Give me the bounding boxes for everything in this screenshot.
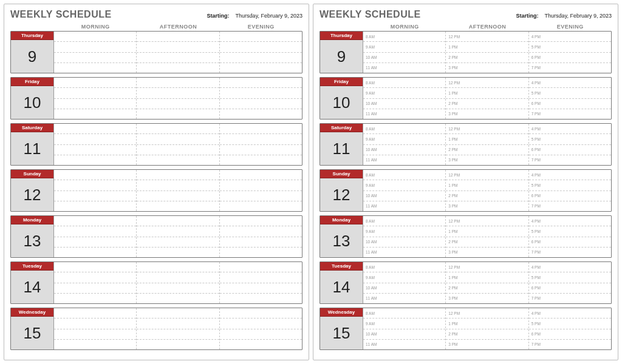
time-slot[interactable] [54,248,136,257]
time-slot[interactable] [220,329,302,340]
time-slot[interactable] [137,180,219,190]
time-slot[interactable]: 4 PM [529,32,611,42]
time-slot[interactable]: 2 PM [446,53,528,63]
time-slot[interactable] [220,201,302,211]
time-slot[interactable]: 6 PM [529,99,611,109]
time-slot[interactable] [137,99,219,109]
time-slot[interactable] [137,216,219,226]
time-slot[interactable] [54,180,136,190]
time-slot[interactable] [54,237,136,248]
time-slot[interactable]: 7 PM [529,340,611,349]
time-slot[interactable]: 12 PM [446,308,528,318]
time-slot[interactable]: 12 PM [446,78,528,88]
time-slot[interactable] [220,78,302,88]
time-slot[interactable] [137,237,219,248]
time-slot[interactable] [54,318,136,329]
time-slot[interactable]: 8 AM [363,32,445,42]
time-slot[interactable]: 2 PM [446,329,528,340]
time-slot[interactable] [137,283,219,294]
time-slot[interactable]: 5 PM [529,88,611,98]
time-slot[interactable] [220,294,302,303]
time-slot[interactable] [54,145,136,155]
time-slot[interactable]: 4 PM [529,216,611,226]
time-slot[interactable]: 2 PM [446,99,528,109]
time-slot[interactable]: 3 PM [446,63,528,73]
time-slot[interactable]: 9 AM [363,88,445,98]
time-slot[interactable] [54,134,136,144]
time-slot[interactable] [220,180,302,190]
time-slot[interactable] [220,88,302,98]
time-slot[interactable]: 4 PM [529,124,611,134]
time-slot[interactable] [54,42,136,52]
time-slot[interactable]: 10 AM [363,99,445,109]
time-slot[interactable] [137,318,219,329]
time-slot[interactable] [54,201,136,211]
time-slot[interactable]: 12 PM [446,124,528,134]
time-slot[interactable] [137,32,219,42]
time-slot[interactable]: 11 AM [363,155,445,165]
time-slot[interactable] [220,318,302,329]
time-slot[interactable]: 1 PM [446,272,528,283]
time-slot[interactable]: 3 PM [446,248,528,257]
time-slot[interactable]: 1 PM [446,226,528,237]
time-slot[interactable] [137,145,219,155]
time-slot[interactable]: 9 AM [363,226,445,237]
time-slot[interactable] [220,124,302,134]
time-slot[interactable] [54,63,136,73]
time-slot[interactable]: 11 AM [363,63,445,73]
time-slot[interactable]: 1 PM [446,134,528,144]
time-slot[interactable] [54,53,136,63]
time-slot[interactable]: 8 AM [363,78,445,88]
time-slot[interactable] [137,109,219,119]
time-slot[interactable]: 5 PM [529,180,611,190]
time-slot[interactable] [137,42,219,52]
time-slot[interactable] [220,308,302,318]
time-slot[interactable] [220,237,302,248]
time-slot[interactable]: 1 PM [446,42,528,52]
time-slot[interactable] [220,134,302,144]
time-slot[interactable] [137,308,219,318]
time-slot[interactable]: 12 PM [446,262,528,272]
time-slot[interactable]: 7 PM [529,248,611,257]
time-slot[interactable]: 2 PM [446,237,528,248]
time-slot[interactable]: 1 PM [446,318,528,329]
time-slot[interactable] [137,63,219,73]
time-slot[interactable]: 3 PM [446,294,528,303]
time-slot[interactable]: 9 AM [363,134,445,144]
time-slot[interactable]: 11 AM [363,294,445,303]
time-slot[interactable] [137,329,219,340]
time-slot[interactable]: 7 PM [529,109,611,119]
time-slot[interactable] [137,248,219,257]
time-slot[interactable]: 10 AM [363,329,445,340]
time-slot[interactable]: 11 AM [363,248,445,257]
time-slot[interactable] [137,262,219,272]
time-slot[interactable] [137,53,219,63]
time-slot[interactable] [137,155,219,165]
time-slot[interactable]: 6 PM [529,329,611,340]
time-slot[interactable]: 4 PM [529,308,611,318]
time-slot[interactable]: 5 PM [529,134,611,144]
time-slot[interactable] [220,216,302,226]
time-slot[interactable]: 7 PM [529,63,611,73]
time-slot[interactable]: 3 PM [446,155,528,165]
time-slot[interactable]: 5 PM [529,272,611,283]
time-slot[interactable] [220,272,302,283]
time-slot[interactable]: 5 PM [529,42,611,52]
time-slot[interactable] [54,308,136,318]
time-slot[interactable]: 6 PM [529,283,611,294]
time-slot[interactable] [220,226,302,237]
time-slot[interactable]: 8 AM [363,308,445,318]
time-slot[interactable]: 9 AM [363,272,445,283]
time-slot[interactable] [220,191,302,201]
time-slot[interactable] [137,294,219,303]
time-slot[interactable]: 10 AM [363,237,445,248]
time-slot[interactable] [54,191,136,201]
time-slot[interactable] [54,262,136,272]
time-slot[interactable] [220,155,302,165]
time-slot[interactable] [54,109,136,119]
time-slot[interactable]: 5 PM [529,226,611,237]
time-slot[interactable]: 12 PM [446,170,528,180]
time-slot[interactable]: 4 PM [529,78,611,88]
time-slot[interactable]: 11 AM [363,201,445,211]
time-slot[interactable] [220,248,302,257]
